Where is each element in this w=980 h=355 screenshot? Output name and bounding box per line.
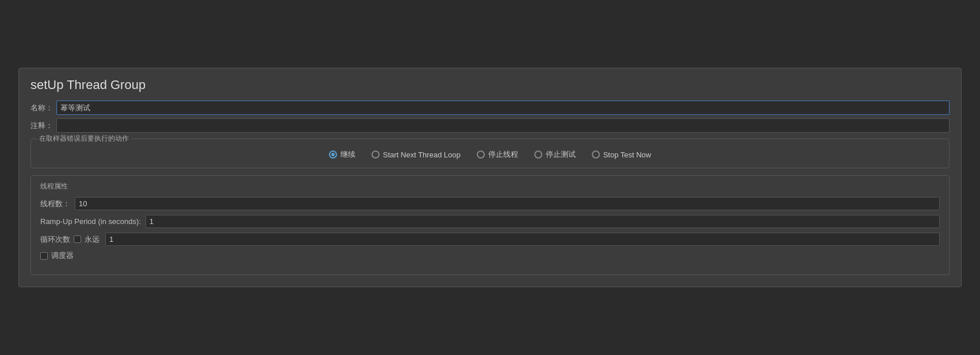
scheduler-row: 调度器: [40, 250, 940, 261]
comment-row: 注释：: [30, 118, 950, 133]
name-label: 名称：: [30, 103, 53, 113]
comment-input[interactable]: [56, 118, 950, 133]
radio-stop-test-now-input[interactable]: [592, 151, 600, 159]
setup-thread-group-panel: setUp Thread Group 名称： 注释： 在取样器错误后要执行的动作…: [18, 68, 962, 287]
ramp-up-label: Ramp-Up Period (in seconds):: [40, 217, 141, 226]
scheduler-label: 调度器: [51, 250, 74, 261]
thread-count-label: 线程数：: [40, 199, 70, 209]
radio-options-row: 继续 Start Next Thread Loop 停止线程 停止测试 Stop…: [40, 145, 940, 160]
panel-title: setUp Thread Group: [30, 78, 950, 92]
comment-label: 注释：: [30, 121, 53, 131]
radio-stop-test-label: 停止测试: [546, 149, 576, 160]
scheduler-checkbox[interactable]: [40, 252, 48, 260]
radio-stop-test-now[interactable]: Stop Test Now: [592, 151, 652, 159]
thread-count-row: 线程数：: [40, 197, 940, 210]
radio-continue-label: 继续: [340, 149, 355, 160]
thread-properties-section: 线程属性 线程数： Ramp-Up Period (in seconds): 循…: [30, 175, 950, 275]
radio-stop-thread-input[interactable]: [477, 151, 485, 159]
radio-next-thread-loop-label: Start Next Thread Loop: [383, 151, 461, 159]
radio-continue[interactable]: 继续: [329, 149, 355, 160]
loop-count-input[interactable]: [105, 233, 940, 246]
radio-next-thread-loop-input[interactable]: [372, 151, 380, 159]
loop-forever-checkbox[interactable]: [74, 236, 81, 243]
sampler-error-section: 在取样器错误后要执行的动作 继续 Start Next Thread Loop …: [30, 138, 950, 168]
loop-forever-label: 永远: [85, 234, 99, 245]
thread-properties-title: 线程属性: [40, 182, 940, 191]
loop-count-label: 循环次数: [40, 234, 70, 245]
ramp-up-row: Ramp-Up Period (in seconds):: [40, 215, 940, 228]
name-input[interactable]: [56, 101, 950, 115]
radio-continue-input[interactable]: [329, 151, 337, 159]
radio-stop-test[interactable]: 停止测试: [534, 149, 576, 160]
loop-count-row: 循环次数 永远: [40, 233, 940, 246]
ramp-up-input[interactable]: [146, 215, 940, 228]
sampler-error-title: 在取样器错误后要执行的动作: [37, 134, 131, 144]
radio-stop-thread[interactable]: 停止线程: [477, 149, 518, 160]
thread-count-input[interactable]: [75, 197, 940, 210]
radio-stop-test-input[interactable]: [534, 151, 542, 159]
name-row: 名称：: [30, 101, 950, 115]
radio-stop-thread-label: 停止线程: [488, 149, 518, 160]
radio-stop-test-now-label: Stop Test Now: [603, 151, 652, 159]
radio-next-thread-loop[interactable]: Start Next Thread Loop: [372, 151, 461, 159]
